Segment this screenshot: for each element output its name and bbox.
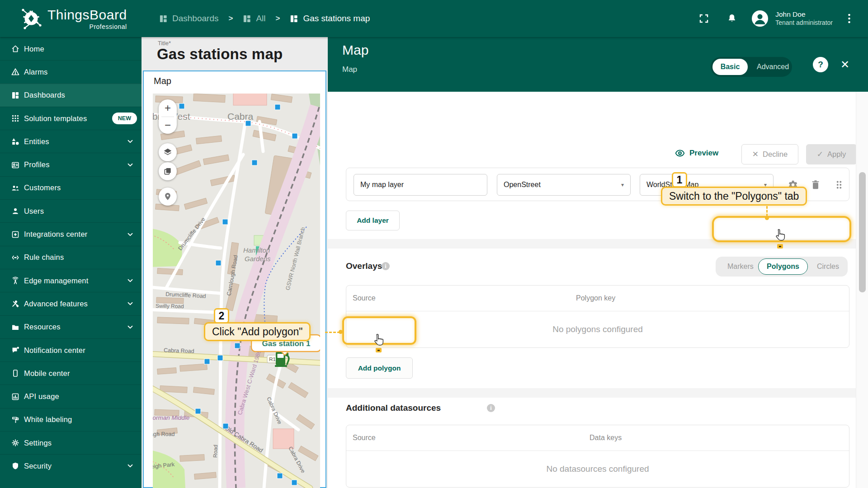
sidebar-item-alarms[interactable]: Alarms xyxy=(0,60,142,83)
datasources-table: Source Data keys No datasources configur… xyxy=(346,425,849,488)
tab-markers[interactable]: Markers xyxy=(727,257,754,277)
additional-datasources-title: Additional datasources xyxy=(346,403,441,413)
drag-handle-icon[interactable] xyxy=(833,179,845,191)
chevron-down-icon xyxy=(126,137,134,145)
header-actions: John Doe Tenant administrator xyxy=(696,0,854,37)
logo[interactable]: ThingsBoard Professional xyxy=(19,7,127,32)
map-canvas[interactable]: Cabra West Cabra Drumcliffe Drive Carnlo… xyxy=(153,94,320,488)
sidebar-item-security[interactable]: Security xyxy=(0,454,142,477)
widget-settings-panel: Map Map Basic Advanced ? ✕ Preview ✕ Dec… xyxy=(328,37,868,488)
table-header-row: Source Polygon key xyxy=(346,286,849,311)
polygons-table: Source Polygon key No polygons configure… xyxy=(346,285,849,348)
chevron-down-icon xyxy=(126,277,134,285)
overlays-tab-group: Markers Polygons Circles xyxy=(716,257,848,277)
sidebar-item-edge-management[interactable]: Edge management xyxy=(0,269,142,292)
column-source: Source xyxy=(353,294,376,302)
copy-pages-icon xyxy=(163,167,172,176)
overlays-section-title: Overlays xyxy=(346,261,382,271)
close-icon[interactable]: ✕ xyxy=(837,57,853,72)
tab-polygons[interactable]: Polygons xyxy=(758,258,808,275)
fullscreen-icon[interactable] xyxy=(696,10,712,27)
chevron-down-icon xyxy=(126,230,134,239)
sidebar-item-api-usage[interactable]: API usage xyxy=(0,385,142,408)
map-layers-button[interactable] xyxy=(159,143,177,161)
logo-subtitle: Professional xyxy=(47,23,127,30)
notifications-bell-icon[interactable] xyxy=(724,10,740,27)
toggle-basic[interactable]: Basic xyxy=(712,59,748,75)
preview-button[interactable]: Preview xyxy=(675,148,718,158)
zoom-in-button[interactable]: + xyxy=(159,99,177,117)
map-widget-card[interactable]: Map xyxy=(143,70,326,488)
rule-chains-icon xyxy=(11,253,20,262)
add-polygon-button[interactable]: Add polygon xyxy=(346,357,413,379)
layer-name-input[interactable]: My map layer xyxy=(354,174,487,196)
scrollbar-thumb[interactable] xyxy=(859,172,866,292)
dashboard-icon xyxy=(243,14,251,23)
step-2-connector-dot xyxy=(339,330,343,334)
empty-datasources-message: No datasources configured xyxy=(346,451,849,487)
chevron-down-icon: ▾ xyxy=(621,182,624,188)
api-usage-chart-icon xyxy=(11,392,20,401)
sidebar-item-settings[interactable]: Settings xyxy=(0,431,142,454)
sidebar-item-customers[interactable]: Customers xyxy=(0,176,142,199)
avatar[interactable] xyxy=(752,10,768,27)
sidebar-item-white-labeling[interactable]: White labeling xyxy=(0,408,142,431)
sidebar-item-entities[interactable]: Entities xyxy=(0,130,142,153)
folder-icon xyxy=(11,323,20,332)
sidebar-item-solution-templates[interactable]: Solution templates NEW xyxy=(0,107,142,130)
thingsboard-app: ThingsBoard Professional Dashboards > Al… xyxy=(0,0,868,488)
map-label: Cabra xyxy=(227,111,254,122)
location-pin-icon xyxy=(163,192,172,201)
sidebar-item-integrations-center[interactable]: Integrations center xyxy=(0,222,142,245)
cursor-pointer-1 xyxy=(774,229,788,243)
map-location-button[interactable] xyxy=(159,188,177,206)
step-2-connector xyxy=(325,332,340,333)
sidebar-item-rule-chains[interactable]: Rule chains xyxy=(0,246,142,269)
layers-icon xyxy=(163,147,173,157)
settings-panel-header: Map Map Basic Advanced ? ✕ xyxy=(328,37,868,92)
sidebar-item-dashboards[interactable]: Dashboards xyxy=(0,84,142,107)
step-1-connector xyxy=(766,206,768,216)
user-icon xyxy=(11,206,20,216)
breadcrumb-current[interactable]: Gas stations map xyxy=(290,14,370,23)
more-menu-icon[interactable] xyxy=(844,10,854,27)
map-label: Hamilton xyxy=(243,246,270,254)
apply-button[interactable]: ✓ Apply xyxy=(806,144,856,164)
sidebar-item-mobile-center[interactable]: Mobile center xyxy=(0,361,142,385)
breadcrumb-dashboards[interactable]: Dashboards xyxy=(159,14,218,23)
click-indicator-2 xyxy=(376,348,382,352)
user-info: John Doe Tenant administrator xyxy=(775,10,833,27)
map-pages-button[interactable] xyxy=(159,162,177,180)
tab-circles[interactable]: Circles xyxy=(817,257,839,277)
dashboard-icon xyxy=(290,14,298,23)
table-header-row: Source Data keys xyxy=(346,425,849,451)
breadcrumb-all[interactable]: All xyxy=(243,14,265,23)
dashboard-title-input[interactable]: Gas stations map xyxy=(157,46,283,63)
sidebar-item-notification-center[interactable]: Notification center xyxy=(0,338,142,361)
map-zoom-control: + − xyxy=(159,99,177,134)
add-layer-button[interactable]: Add layer xyxy=(346,211,400,230)
top-header: ThingsBoard Professional Dashboards > Al… xyxy=(0,0,868,37)
sidebar-item-resources[interactable]: Resources xyxy=(0,315,142,338)
map-tiles: Cabra West Cabra Drumcliffe Drive Carnlo… xyxy=(153,94,320,488)
column-data-keys: Data keys xyxy=(590,434,622,442)
widget-title: Map xyxy=(154,76,171,86)
sidebar-item-advanced-features[interactable]: Advanced features xyxy=(0,292,142,315)
panel-scrollbar[interactable] xyxy=(856,92,868,488)
toggle-advanced[interactable]: Advanced xyxy=(750,57,795,77)
chevron-down-icon xyxy=(126,462,134,470)
sidebar-item-profiles[interactable]: Profiles xyxy=(0,153,142,176)
home-icon xyxy=(11,44,20,53)
chevron-down-icon xyxy=(126,323,134,331)
zoom-out-button[interactable]: − xyxy=(159,117,177,134)
delete-trash-icon[interactable] xyxy=(810,179,821,191)
sidebar-item-home[interactable]: Home xyxy=(0,37,142,60)
notification-center-icon xyxy=(11,346,20,355)
provider-select[interactable]: OpenStreet ▾ xyxy=(497,174,631,196)
step-1-connector-dot xyxy=(765,216,769,220)
cursor-pointer-2 xyxy=(373,333,386,348)
help-icon[interactable]: ? xyxy=(813,57,828,72)
decline-button[interactable]: ✕ Decline xyxy=(741,144,798,164)
sidebar: Home Alarms Dashboards Solution template… xyxy=(0,37,142,488)
sidebar-item-users[interactable]: Users xyxy=(0,199,142,222)
